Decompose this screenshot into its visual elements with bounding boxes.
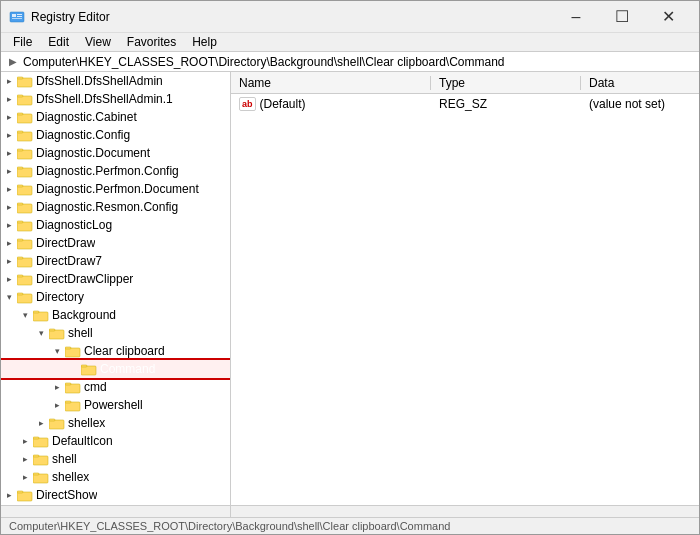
tree-item[interactable]: ▸ Diagnostic.Cabinet <box>1 108 230 126</box>
tree-item[interactable]: ▸ Diagnostic.Resmon.Config <box>1 198 230 216</box>
tree-item[interactable]: ▸ DirectDrawClipper <box>1 270 230 288</box>
expand-icon[interactable]: ▾ <box>49 343 65 359</box>
tree-item[interactable]: ▸ DefaultIcon <box>1 432 230 450</box>
folder-icon <box>17 290 33 304</box>
expand-icon[interactable]: ▸ <box>1 73 17 89</box>
tree-item[interactable]: ▸ shell <box>1 450 230 468</box>
folder-icon <box>17 236 33 250</box>
minimize-button[interactable]: – <box>553 1 599 33</box>
tree-item[interactable]: ▾ Directory <box>1 288 230 306</box>
svg-rect-46 <box>33 437 39 439</box>
expand-icon[interactable]: ▾ <box>1 289 17 305</box>
tree-item[interactable]: ▸ Diagnostic.Config <box>1 126 230 144</box>
menu-view[interactable]: View <box>77 33 119 51</box>
tree-item-label: Diagnostic.Perfmon.Config <box>36 164 179 178</box>
expand-icon[interactable]: ▸ <box>1 253 17 269</box>
menu-help[interactable]: Help <box>184 33 225 51</box>
tree-item[interactable]: ▸ shellex <box>1 414 230 432</box>
expand-icon[interactable]: ▸ <box>17 469 33 485</box>
right-panel: Name Type Data ab(Default)REG_SZ(value n… <box>231 72 699 505</box>
menu-favorites[interactable]: Favorites <box>119 33 184 51</box>
address-path[interactable]: Computer\HKEY_CLASSES_ROOT\Directory\Bac… <box>23 55 691 69</box>
svg-rect-24 <box>17 239 23 241</box>
close-button[interactable]: ✕ <box>645 1 691 33</box>
menu-edit[interactable]: Edit <box>40 33 77 51</box>
expand-icon[interactable]: ▾ <box>17 307 33 323</box>
svg-rect-3 <box>17 16 22 17</box>
tree-item[interactable]: ▸ DirectDraw <box>1 234 230 252</box>
tree-panel[interactable]: ▸ DfsShell.DfsShellAdmin▸ DfsShell.DfsSh… <box>1 72 231 505</box>
tree-item-label: DirectDrawClipper <box>36 272 133 286</box>
table-body[interactable]: ab(Default)REG_SZ(value not set) <box>231 94 699 505</box>
bottom-left-scroll[interactable] <box>1 506 231 516</box>
tree-item[interactable]: ▾ Clear clipboard <box>1 342 230 360</box>
tree-item[interactable]: ▸ cmd <box>1 378 230 396</box>
table-row[interactable]: ab(Default)REG_SZ(value not set) <box>231 94 699 114</box>
tree-item-label: Diagnostic.Perfmon.Document <box>36 182 199 196</box>
tree-item[interactable]: ▸ Diagnostic.Perfmon.Config <box>1 162 230 180</box>
expand-icon[interactable]: ▸ <box>1 181 17 197</box>
expand-icon[interactable]: ▸ <box>1 235 17 251</box>
tree-item-label: DirectShow <box>36 488 97 502</box>
expand-icon[interactable]: ▸ <box>49 397 65 413</box>
expand-icon[interactable]: ▸ <box>1 127 17 143</box>
svg-rect-32 <box>33 311 39 313</box>
expand-icon[interactable]: ▸ <box>1 217 17 233</box>
tree-item[interactable]: ▸ DfsShell.DfsShellAdmin <box>1 72 230 90</box>
tree-item[interactable]: ▸ Command <box>1 360 230 378</box>
menu-file[interactable]: File <box>5 33 40 51</box>
expand-icon[interactable]: ▸ <box>1 145 17 161</box>
tree-item[interactable]: ▾ Background <box>1 306 230 324</box>
expand-icon[interactable]: ▸ <box>1 271 17 287</box>
folder-icon <box>65 380 81 394</box>
bottom-right-scroll[interactable] <box>231 506 699 516</box>
folder-icon <box>33 452 49 466</box>
tree-item[interactable]: ▸ DfsShell.DfsShellAdmin.1 <box>1 90 230 108</box>
tree-item[interactable]: ▸ Powershell <box>1 396 230 414</box>
expand-icon[interactable]: ▸ <box>1 91 17 107</box>
cell-type: REG_SZ <box>431 97 581 111</box>
maximize-button[interactable]: ☐ <box>599 1 645 33</box>
svg-rect-37 <box>81 366 96 375</box>
svg-rect-35 <box>65 348 80 357</box>
svg-rect-40 <box>65 383 71 385</box>
svg-rect-20 <box>17 203 23 205</box>
folder-icon <box>33 470 49 484</box>
tree-item-label: DiagnosticLog <box>36 218 112 232</box>
tree-item-label: Diagnostic.Cabinet <box>36 110 137 124</box>
svg-rect-17 <box>17 186 32 195</box>
tree-item[interactable]: ▸ Diagnostic.Perfmon.Document <box>1 180 230 198</box>
expand-icon[interactable]: ▸ <box>1 199 17 215</box>
expand-icon[interactable]: ▸ <box>49 379 65 395</box>
tree-item-label: cmd <box>84 380 107 394</box>
address-icon: ▶ <box>9 56 17 67</box>
menu-bar: File Edit View Favorites Help <box>1 33 699 52</box>
tree-item-label: shellex <box>52 470 89 484</box>
col-header-type: Type <box>431 76 581 90</box>
folder-icon <box>17 200 33 214</box>
expand-icon[interactable]: ▸ <box>1 487 17 503</box>
folder-icon <box>17 488 33 502</box>
svg-rect-31 <box>33 312 48 321</box>
expand-icon[interactable]: ▸ <box>1 163 17 179</box>
svg-rect-14 <box>17 149 23 151</box>
address-bar: ▶ Computer\HKEY_CLASSES_ROOT\Directory\B… <box>1 52 699 72</box>
svg-rect-38 <box>81 365 87 367</box>
tree-item[interactable]: ▸ Diagnostic.Document <box>1 144 230 162</box>
svg-rect-48 <box>33 455 39 457</box>
svg-rect-7 <box>17 96 32 105</box>
svg-rect-4 <box>12 18 22 19</box>
tree-item[interactable]: ▸ DirectDraw7 <box>1 252 230 270</box>
tree-item[interactable]: ▾ shell <box>1 324 230 342</box>
expand-icon[interactable]: ▾ <box>33 325 49 341</box>
tree-item[interactable]: ▸ DiagnosticLog <box>1 216 230 234</box>
expand-icon[interactable]: ▸ <box>1 109 17 125</box>
expand-icon[interactable]: ▸ <box>17 433 33 449</box>
expand-icon[interactable]: ▸ <box>33 415 49 431</box>
expand-icon[interactable]: ▸ <box>17 451 33 467</box>
tree-item[interactable]: ▸ shellex <box>1 468 230 486</box>
tree-item[interactable]: ▸ DirectShow <box>1 486 230 504</box>
folder-icon <box>49 416 65 430</box>
folder-icon <box>17 128 33 142</box>
tree-item-label: DefaultIcon <box>52 434 113 448</box>
